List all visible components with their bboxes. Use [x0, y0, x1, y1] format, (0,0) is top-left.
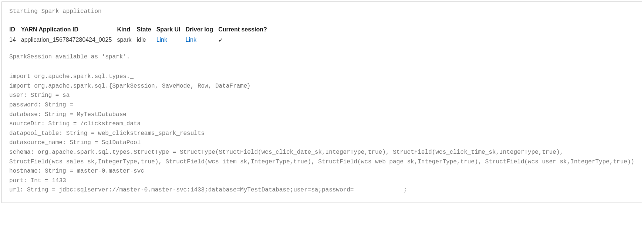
- col-header-kind: Kind: [117, 24, 136, 35]
- driver-log-link[interactable]: Link: [186, 37, 196, 43]
- cell-kind: spark: [117, 35, 136, 45]
- spark-application-table: ID YARN Application ID Kind State Spark …: [9, 24, 272, 45]
- col-header-state: State: [137, 24, 156, 35]
- table-row: 14 application_1567847280424_0025 spark …: [9, 35, 272, 45]
- code-output-block: import org.apache.spark.sql.types._ impo…: [9, 72, 634, 195]
- col-header-spark-ui: Spark UI: [156, 24, 186, 35]
- notebook-output-panel: Starting Spark application ID YARN Appli…: [1, 1, 642, 203]
- col-header-yarn-app-id: YARN Application ID: [21, 24, 117, 35]
- cell-current-session: ✓: [218, 35, 272, 45]
- cell-id: 14: [9, 35, 21, 45]
- col-header-current-session: Current session?: [218, 24, 272, 35]
- cell-driver-log: Link: [186, 35, 219, 45]
- cell-state: idle: [137, 35, 156, 45]
- spark-session-available-text: SparkSession available as 'spark'.: [9, 52, 634, 62]
- table-header-row: ID YARN Application ID Kind State Spark …: [9, 24, 272, 35]
- spark-ui-link[interactable]: Link: [156, 37, 167, 43]
- col-header-id: ID: [9, 24, 21, 35]
- col-header-driver-log: Driver log: [186, 24, 219, 35]
- cell-yarn-app-id: application_1567847280424_0025: [21, 35, 117, 45]
- starting-spark-text: Starting Spark application: [9, 7, 634, 17]
- cell-spark-ui: Link: [156, 35, 186, 45]
